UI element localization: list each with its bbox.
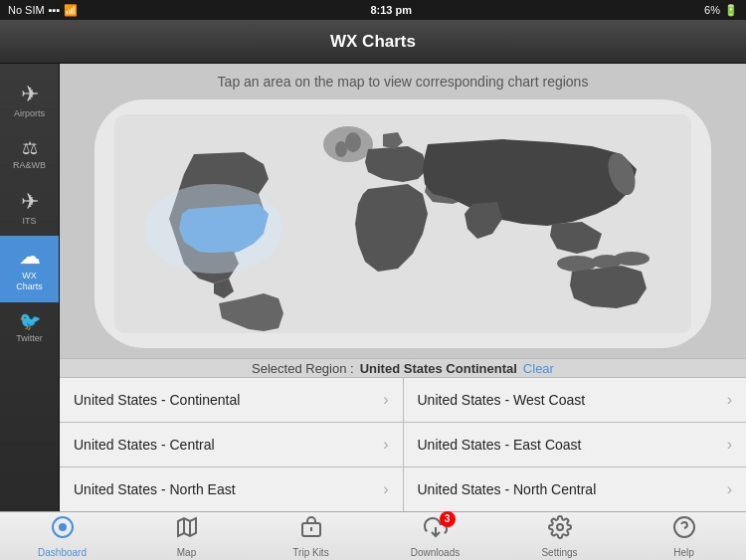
twitter-icon: 🐦 bbox=[19, 312, 41, 330]
chart-item-continental[interactable]: United States - Continental › bbox=[60, 378, 403, 422]
wx-charts-icon: ☁ bbox=[19, 246, 41, 268]
tab-downloads[interactable]: 3 Downloads bbox=[373, 511, 497, 561]
chart-grid: United States - Continental › United Sta… bbox=[60, 378, 746, 511]
tab-dashboard-label: Dashboard bbox=[38, 547, 87, 558]
rawb-icon: ⚖ bbox=[22, 139, 38, 157]
header: WX Charts bbox=[0, 20, 746, 64]
sidebar-item-its[interactable]: ✈ ITS bbox=[0, 181, 59, 237]
its-icon: ✈ bbox=[21, 191, 39, 213]
tab-trip-kits[interactable]: Trip Kits bbox=[249, 511, 373, 561]
chart-label-central: United States - Central bbox=[74, 437, 215, 453]
chart-item-north-central[interactable]: United States - North Central › bbox=[404, 467, 747, 511]
map-hint: Tap an area on the map to view correspon… bbox=[218, 74, 589, 90]
airports-icon: ✈ bbox=[21, 84, 39, 105]
world-map[interactable] bbox=[114, 114, 691, 333]
tab-settings[interactable]: Settings bbox=[497, 511, 622, 561]
svg-point-4 bbox=[614, 252, 650, 266]
sidebar-item-its-label: ITS bbox=[22, 216, 36, 227]
signal-icon: ▪▪▪ bbox=[49, 4, 61, 16]
svg-point-2 bbox=[557, 256, 597, 272]
status-right: 6% 🔋 bbox=[704, 4, 738, 17]
svg-point-7 bbox=[335, 141, 347, 157]
chart-item-east-coast[interactable]: United States - East Coast › bbox=[404, 423, 747, 467]
sidebar-item-wx-charts[interactable]: ☁ WXCharts bbox=[0, 236, 59, 302]
sidebar-item-rawb-label: RA&WB bbox=[13, 160, 46, 171]
tab-map-label: Map bbox=[177, 547, 196, 558]
tab-help-label: Help bbox=[673, 547, 694, 558]
carrier-label: No SIM bbox=[8, 4, 45, 16]
tab-settings-label: Settings bbox=[541, 547, 577, 558]
chevron-icon-north-east: › bbox=[383, 480, 388, 498]
chevron-icon-continental: › bbox=[383, 391, 388, 409]
svg-point-8 bbox=[144, 184, 283, 274]
map-oval[interactable] bbox=[94, 99, 711, 348]
tab-dashboard[interactable]: Dashboard bbox=[0, 511, 124, 561]
svg-point-16 bbox=[557, 524, 563, 530]
chart-item-west-coast[interactable]: United States - West Coast › bbox=[404, 378, 747, 422]
chevron-icon-central: › bbox=[383, 436, 388, 454]
chart-item-north-east[interactable]: United States - North East › bbox=[60, 467, 403, 511]
region-bar: Selected Region : United States Continen… bbox=[60, 358, 746, 378]
region-prefix: Selected Region : bbox=[252, 361, 354, 376]
status-time: 8:13 pm bbox=[370, 4, 412, 16]
svg-point-10 bbox=[59, 523, 67, 531]
tab-trip-kits-label: Trip Kits bbox=[292, 547, 328, 558]
map-container: Tap an area on the map to view correspon… bbox=[60, 64, 746, 358]
clear-button[interactable]: Clear bbox=[523, 361, 554, 376]
main-content: Tap an area on the map to view correspon… bbox=[60, 64, 746, 511]
sidebar-item-wx-charts-label: WXCharts bbox=[16, 271, 43, 292]
svg-point-6 bbox=[345, 132, 361, 152]
chart-label-continental: United States - Continental bbox=[74, 392, 240, 408]
chart-label-north-central: United States - North Central bbox=[418, 481, 597, 497]
tab-map[interactable]: Map bbox=[124, 511, 249, 561]
status-left: No SIM ▪▪▪ 📶 bbox=[8, 4, 78, 17]
status-bar: No SIM ▪▪▪ 📶 8:13 pm 6% 🔋 bbox=[0, 0, 746, 20]
chart-label-west-coast: United States - West Coast bbox=[418, 392, 586, 408]
downloads-badge: 3 bbox=[440, 511, 456, 527]
help-icon bbox=[672, 515, 696, 545]
sidebar: ✈ Airports ⚖ RA&WB ✈ ITS ☁ WXCharts 🐦 Tw… bbox=[0, 64, 60, 511]
chevron-icon-west-coast: › bbox=[727, 391, 732, 409]
dashboard-icon bbox=[51, 515, 75, 545]
chart-label-north-east: United States - North East bbox=[74, 481, 236, 497]
sidebar-item-airports[interactable]: ✈ Airports bbox=[0, 74, 59, 129]
wifi-icon: 📶 bbox=[64, 4, 78, 17]
chevron-icon-east-coast: › bbox=[727, 436, 732, 454]
region-name: United States Continental bbox=[360, 361, 517, 376]
chart-item-central[interactable]: United States - Central › bbox=[60, 423, 403, 467]
page-title: WX Charts bbox=[330, 32, 416, 52]
sidebar-item-twitter[interactable]: 🐦 Twitter bbox=[0, 302, 59, 354]
battery-icon: 🔋 bbox=[724, 4, 738, 17]
settings-icon bbox=[548, 515, 572, 545]
downloads-icon: 3 bbox=[424, 515, 448, 545]
tab-help[interactable]: Help bbox=[622, 511, 746, 561]
map-icon bbox=[175, 515, 199, 545]
tab-bar: Dashboard Map Trip Kits 3 Downloads Sett… bbox=[0, 511, 746, 560]
sidebar-item-twitter-label: Twitter bbox=[16, 333, 43, 344]
chart-label-east-coast: United States - East Coast bbox=[418, 437, 582, 453]
battery-label: 6% bbox=[704, 4, 720, 16]
trip-kits-icon bbox=[299, 515, 323, 545]
sidebar-item-rawb[interactable]: ⚖ RA&WB bbox=[0, 129, 59, 181]
sidebar-item-airports-label: Airports bbox=[14, 108, 45, 119]
tab-downloads-label: Downloads bbox=[411, 547, 460, 558]
chevron-icon-north-central: › bbox=[727, 480, 732, 498]
